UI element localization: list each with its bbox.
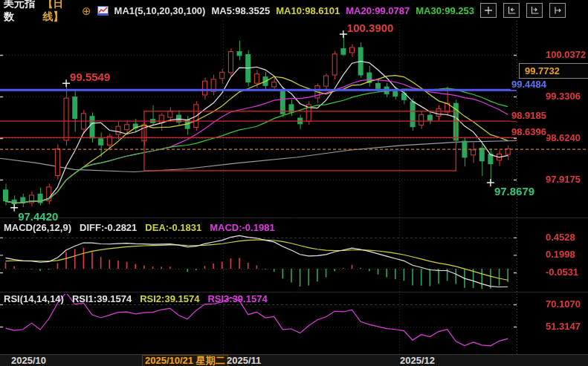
rsi-title: RSI(14,14,14): [4, 293, 64, 304]
rsi1-value: RSI1:39.1574: [72, 293, 132, 304]
rsi2-value: RSI2:39.1574: [140, 293, 199, 304]
period-tag[interactable]: 【日线】: [43, 0, 77, 24]
chart-type-icon[interactable]: [97, 6, 109, 16]
ma10-value: MA10:98.6101: [276, 5, 340, 16]
add-indicator-icon[interactable]: ⊕: [82, 5, 91, 16]
macd-macd-value: MACD:-0.1981: [210, 222, 274, 233]
ma-formula: MA1(5,10,20,30,100): [114, 5, 206, 16]
macd-dea-value: DEA:-0.1831: [145, 222, 201, 233]
chart-toolbar: [480, 3, 588, 18]
x-axis-label: 2025/11: [227, 356, 261, 366]
symbol-name: 美元指数: [4, 0, 37, 24]
macd-legend: MACD(26,12,9) DIFF:-0.2821 DEA:-0.1831 M…: [4, 222, 275, 233]
chart-canvas[interactable]: [0, 0, 588, 366]
chart-header: 美元指数 【日线】 ⊕ MA1(5,10,20,30,100) MA5:98.3…: [0, 0, 588, 21]
macd-diff-value: DIFF:-0.2821: [80, 222, 137, 233]
rsi-legend: RSI(14,14,14) RSI1:39.1574 RSI2:39.1574 …: [4, 293, 268, 304]
x-axis-label: 2025/12: [400, 356, 435, 366]
macd-title: MACD(26,12,9): [4, 222, 71, 233]
axis-zoom-out-icon[interactable]: [503, 3, 520, 18]
axis-zoom-in-icon[interactable]: [526, 3, 543, 18]
trading-app-window: 美元指数 【日线】 ⊕ MA1(5,10,20,30,100) MA5:98.3…: [0, 0, 588, 366]
x-axis-label: 2025/10: [11, 356, 46, 366]
rsi3-value: RSI3:39.1574: [207, 293, 267, 304]
x-axis-selected-date: 2025/10/21 星期二: [142, 355, 228, 366]
ma30-value: MA30:99.253: [416, 5, 474, 16]
x-axis-band[interactable]: 2025/102025/10/21 星期二2025/112025/12: [0, 354, 588, 366]
ma5-value: MA5:98.3525: [211, 5, 270, 16]
ma20-value: MA20:99.0787: [346, 5, 410, 16]
crosshair-tool-icon[interactable]: [480, 3, 497, 18]
pan-right-icon[interactable]: [549, 3, 566, 18]
